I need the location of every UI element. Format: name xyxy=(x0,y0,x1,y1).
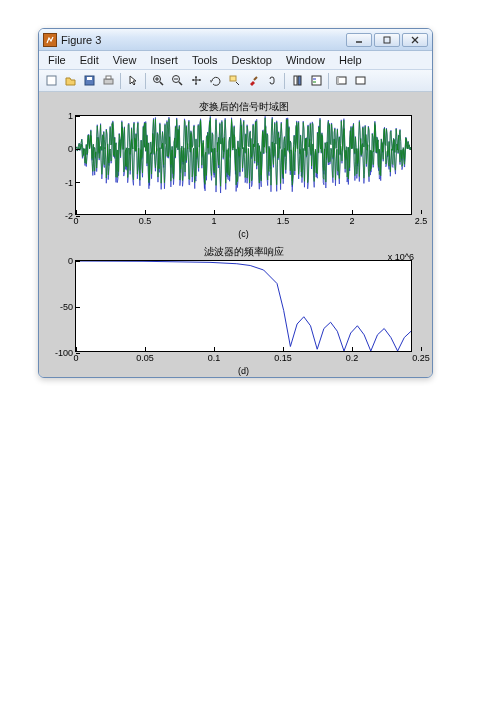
ytick-label: -2 xyxy=(65,211,73,221)
pan-icon[interactable] xyxy=(187,72,205,90)
svg-rect-16 xyxy=(230,76,236,81)
zoom-out-icon[interactable] xyxy=(168,72,186,90)
svg-rect-4 xyxy=(47,76,56,85)
xtick-label: 1.5 xyxy=(277,216,290,226)
axes-top: 变换后的信号时域图 -2-10100.511.522.5 x 10^6 (c) xyxy=(75,100,412,239)
axes-bottom-xlabel: (d) xyxy=(75,352,412,376)
menu-insert[interactable]: Insert xyxy=(143,53,185,67)
toolbar-separator xyxy=(120,73,121,89)
data-cursor-icon[interactable] xyxy=(225,72,243,90)
svg-line-10 xyxy=(160,82,163,85)
xtick-label: 1 xyxy=(211,216,216,226)
axes-top-xlabel: (c) xyxy=(75,215,412,239)
ytick-label: -50 xyxy=(60,302,73,312)
toolbar xyxy=(39,70,432,92)
ytick-label: -100 xyxy=(55,348,73,358)
menubar: File Edit View Insert Tools Desktop Wind… xyxy=(39,51,432,70)
menu-help[interactable]: Help xyxy=(332,53,369,67)
ytick-label: 0 xyxy=(68,144,73,154)
pointer-icon[interactable] xyxy=(124,72,142,90)
svg-rect-26 xyxy=(356,77,365,84)
menu-tools[interactable]: Tools xyxy=(185,53,225,67)
new-figure-icon[interactable] xyxy=(42,72,60,90)
svg-rect-6 xyxy=(87,77,92,80)
xtick-label: 2 xyxy=(349,216,354,226)
svg-rect-20 xyxy=(298,76,301,85)
axes-top-title: 变换后的信号时域图 xyxy=(75,100,412,115)
xtick-label: 0.05 xyxy=(136,353,154,363)
svg-rect-21 xyxy=(312,76,321,85)
ytick-label: -1 xyxy=(65,178,73,188)
save-icon[interactable] xyxy=(80,72,98,90)
xtick-label: 2.5 xyxy=(415,216,428,226)
xtick-label: 0.1 xyxy=(208,353,221,363)
xtick-label: 0.15 xyxy=(274,353,292,363)
xtick-label: 0 xyxy=(73,216,78,226)
maximize-button[interactable] xyxy=(374,33,400,47)
window-title: Figure 3 xyxy=(61,34,346,46)
axes-bottom-title: 滤波器的频率响应 xyxy=(75,245,412,260)
matlab-icon xyxy=(43,33,57,47)
menu-view[interactable]: View xyxy=(106,53,144,67)
signal-trace xyxy=(76,116,411,214)
xtick-label: 0.5 xyxy=(139,216,152,226)
menu-desktop[interactable]: Desktop xyxy=(225,53,279,67)
svg-rect-25 xyxy=(337,77,339,84)
menu-edit[interactable]: Edit xyxy=(73,53,106,67)
menu-window[interactable]: Window xyxy=(279,53,332,67)
svg-rect-19 xyxy=(294,76,297,85)
xtick-label: 0.2 xyxy=(346,353,359,363)
brush-icon[interactable] xyxy=(244,72,262,90)
figure-window: Figure 3 File Edit View Insert Tools Des… xyxy=(38,28,433,378)
titlebar[interactable]: Figure 3 xyxy=(39,29,432,51)
colorbar-icon[interactable] xyxy=(288,72,306,90)
svg-rect-8 xyxy=(106,76,111,79)
minimize-button[interactable] xyxy=(346,33,372,47)
zoom-in-icon[interactable] xyxy=(149,72,167,90)
link-icon[interactable] xyxy=(263,72,281,90)
plot-tools-icon[interactable] xyxy=(332,72,350,90)
filter-trace xyxy=(76,261,411,351)
rotate-icon[interactable] xyxy=(206,72,224,90)
svg-line-18 xyxy=(254,77,257,80)
toolbar-separator xyxy=(328,73,329,89)
ytick-label: 1 xyxy=(68,111,73,121)
svg-rect-1 xyxy=(384,37,390,43)
toolbar-separator xyxy=(145,73,146,89)
svg-line-17 xyxy=(236,82,239,85)
xtick-label: 0.25 xyxy=(412,353,430,363)
axes-bottom: 滤波器的频率响应 -100-50000.050.10.150.20.25 (d) xyxy=(75,245,412,376)
svg-rect-7 xyxy=(104,79,113,84)
figure-canvas: 变换后的信号时域图 -2-10100.511.522.5 x 10^6 (c) … xyxy=(39,92,432,377)
xtick-label: 0 xyxy=(73,353,78,363)
svg-line-14 xyxy=(179,82,182,85)
legend-icon[interactable] xyxy=(307,72,325,90)
open-icon[interactable] xyxy=(61,72,79,90)
ytick-label: 0 xyxy=(68,256,73,266)
close-button[interactable] xyxy=(402,33,428,47)
print-icon[interactable] xyxy=(99,72,117,90)
toolbar-separator xyxy=(284,73,285,89)
hide-plot-tools-icon[interactable] xyxy=(351,72,369,90)
menu-file[interactable]: File xyxy=(41,53,73,67)
